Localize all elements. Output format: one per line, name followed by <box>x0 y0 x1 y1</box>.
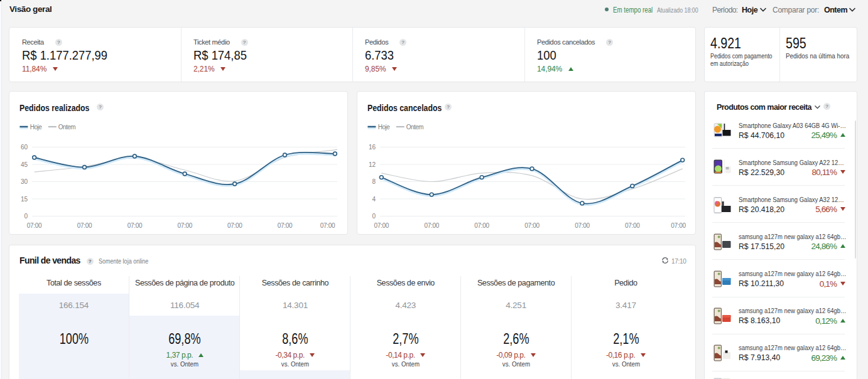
svg-text:8: 8 <box>372 178 376 185</box>
svg-text:0: 0 <box>372 213 376 220</box>
svg-text:07:00: 07:00 <box>474 222 489 229</box>
svg-text:Hoje: Hoje <box>377 124 390 131</box>
svg-text:4: 4 <box>372 196 376 203</box>
svg-text:30: 30 <box>21 178 28 185</box>
svg-text:07:00: 07:00 <box>127 222 143 229</box>
svg-text:Ontem: Ontem <box>406 124 423 131</box>
svg-text:07:00: 07:00 <box>278 222 293 229</box>
svg-text:07:00: 07:00 <box>374 222 389 229</box>
svg-text:07:00: 07:00 <box>77 222 92 229</box>
svg-text:07:00: 07:00 <box>575 222 590 229</box>
svg-text:07:00: 07:00 <box>424 222 439 229</box>
svg-text:07:00: 07:00 <box>671 222 686 229</box>
svg-text:07:00: 07:00 <box>625 222 640 229</box>
svg-text:07:00: 07:00 <box>320 222 335 229</box>
svg-text:07:00: 07:00 <box>27 222 42 229</box>
svg-text:Ontem: Ontem <box>58 124 76 131</box>
svg-text:0: 0 <box>24 213 28 220</box>
svg-text:12: 12 <box>368 161 376 168</box>
svg-text:15: 15 <box>21 196 28 203</box>
svg-text:07:00: 07:00 <box>227 222 242 229</box>
svg-text:60: 60 <box>21 144 28 151</box>
svg-text:45: 45 <box>21 161 28 168</box>
svg-text:07:00: 07:00 <box>524 222 540 229</box>
svg-text:Hoje: Hoje <box>30 124 43 131</box>
svg-text:07:00: 07:00 <box>177 222 192 229</box>
svg-text:16: 16 <box>368 144 376 151</box>
